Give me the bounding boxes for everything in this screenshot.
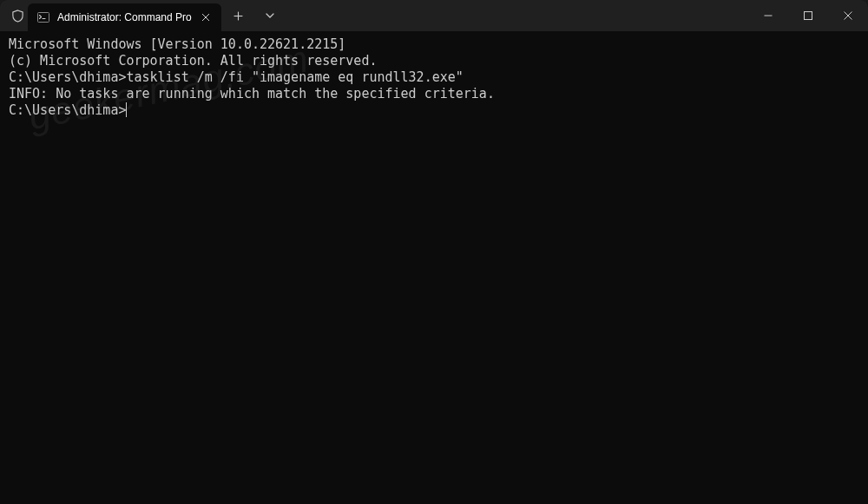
new-tab-button[interactable] [225, 2, 253, 29]
shield-icon [10, 9, 24, 23]
tab-strip: Administrator: Command Pro [28, 0, 748, 31]
tab-dropdown-button[interactable] [256, 2, 284, 29]
terminal-window: Administrator: Command Pro [0, 0, 868, 504]
prompt-text: C:\Users\dhima> [9, 69, 126, 85]
minimize-button[interactable] [748, 0, 788, 31]
terminal-line: INFO: No tasks are running which match t… [9, 86, 859, 102]
svg-rect-7 [805, 12, 812, 20]
close-button[interactable] [828, 0, 868, 31]
terminal-line: (c) Microsoft Corporation. All rights re… [9, 53, 859, 69]
maximize-button[interactable] [788, 0, 828, 31]
terminal-line: C:\Users\dhima>tasklist /m /fi "imagenam… [9, 69, 859, 86]
terminal-body[interactable]: geekermag.com Microsoft Windows [Version… [0, 31, 868, 504]
prompt-text: C:\Users\dhima> [9, 102, 126, 118]
titlebar: Administrator: Command Pro [0, 0, 868, 31]
tab-close-button[interactable] [199, 10, 213, 24]
terminal-line: C:\Users\dhima> [9, 102, 859, 119]
tab-command-prompt[interactable]: Administrator: Command Pro [28, 3, 221, 31]
svg-rect-0 [38, 13, 49, 23]
cursor-icon [126, 102, 127, 117]
window-controls [748, 0, 868, 31]
terminal-icon [36, 10, 50, 24]
titlebar-left [0, 0, 24, 31]
tab-title: Administrator: Command Pro [57, 11, 192, 23]
terminal-line: Microsoft Windows [Version 10.0.22621.22… [9, 36, 859, 53]
command-text: tasklist /m /fi "imagename eq rundll32.e… [126, 69, 463, 85]
